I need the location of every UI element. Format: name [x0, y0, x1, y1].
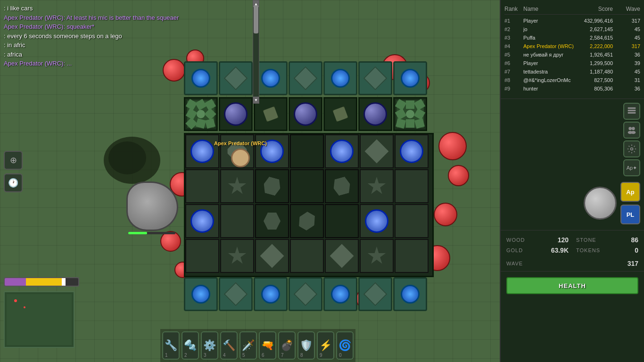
tokens-label: TOKENS [576, 247, 600, 253]
hotbar-slot-num: 6 [262, 353, 264, 358]
lb-name: Apex Predator (WRC) [523, 43, 574, 49]
lb-wave: 45 [617, 26, 640, 32]
svg-point-7 [631, 148, 633, 150]
leaderboard-header: Rank Name Score Wave [504, 4, 640, 15]
lb-name: не убивай я друг [523, 52, 574, 58]
chat-scrollbar[interactable]: ▲ ▼ [253, 0, 259, 104]
chat-message: : i like cars [4, 4, 237, 13]
hotbar-icon: 🌀 [339, 339, 351, 352]
pl-button[interactable]: PL [620, 205, 640, 224]
lb-wave: 45 [617, 35, 640, 41]
hotbar-slot-num: 2 [184, 353, 187, 358]
stone-row: STONE 86 [576, 236, 638, 244]
resources-panel: WOOD 120 STONE 86 GOLD 63.9K TOKENS 0 [501, 232, 644, 258]
lb-score: 2,627,145 [574, 26, 617, 32]
svg-rect-1 [628, 110, 636, 111]
player-avatar [584, 187, 617, 220]
tokens-value: 0 [635, 247, 638, 254]
chat-message: : every 6 seconds someone steps on a leg… [4, 32, 237, 41]
players-icon[interactable] [623, 103, 640, 120]
hotbar-slot-6[interactable]: 🔫 6 [259, 331, 276, 360]
settings-icon[interactable] [623, 140, 640, 157]
header-name: Name [523, 6, 574, 12]
lb-name: jo [523, 26, 574, 32]
hotbar-slot-num: 5 [242, 353, 245, 358]
game-canvas[interactable]: Apex Predator (WRC) : i like carsApex Pr… [0, 0, 500, 362]
lb-rank: #6 [504, 60, 523, 66]
lb-rank: #8 [504, 77, 523, 83]
lb-score: 2,584,615 [574, 35, 617, 41]
ap-button[interactable]: Ap [620, 182, 640, 202]
right-action-buttons: Ap✦ [501, 101, 644, 178]
apex-btn[interactable]: Ap✦ [623, 159, 640, 176]
stone-label: STONE [576, 237, 596, 243]
lb-score: 805,306 [574, 86, 617, 91]
health-bar-section: HEALTH [501, 273, 644, 298]
xp-bar-yellow-fill [26, 278, 64, 286]
lb-name: hunter [523, 86, 574, 91]
health-label: HEALTH [559, 282, 586, 289]
right-panel: Rank Name Score Wave #1 Player 432,996,4… [500, 0, 644, 362]
xp-bar-purple-fill [5, 278, 26, 286]
svg-point-3 [628, 127, 632, 130]
gold-label: GOLD [506, 247, 523, 253]
scroll-down-arrow[interactable]: ▼ [253, 97, 259, 103]
group-icon[interactable] [623, 122, 640, 139]
scroll-thumb[interactable] [254, 5, 258, 33]
hotbar-icon: ⚙️ [203, 339, 216, 352]
lb-name: @#&*ingLozerOnMc [523, 77, 574, 83]
lb-wave: 36 [617, 52, 640, 58]
hotbar-slot-7[interactable]: 💣 7 [278, 331, 296, 360]
clock-icon[interactable]: 🕐 [4, 173, 23, 192]
leaderboard-row: #9 hunter 805,306 36 [504, 84, 640, 93]
wave-display: WAVE 317 [501, 258, 644, 269]
lb-score: 1,187,480 [574, 69, 617, 74]
lb-wave: 39 [617, 60, 640, 66]
chat-message: : africa [4, 50, 237, 59]
stone-value: 86 [631, 236, 638, 244]
xp-bar-container [4, 277, 79, 287]
gold-row: GOLD 63.9K [506, 247, 569, 254]
hotbar-icon: 🔩 [184, 339, 197, 352]
lb-wave: 317 [617, 43, 640, 49]
hotbar-slot-4[interactable]: 🔨 4 [220, 331, 238, 360]
lb-wave: 31 [617, 77, 640, 83]
svg-point-4 [632, 127, 635, 130]
hotbar-slot-1[interactable]: 🔧 1 [162, 331, 180, 360]
avatar-area: Ap PL [501, 178, 644, 228]
chat-panel: : i like carsApex Predator (WRC): At lea… [0, 0, 240, 72]
lb-score: 1,299,500 [574, 60, 617, 66]
hotbar-slot-num: 4 [223, 353, 226, 358]
wood-label: WOOD [506, 237, 525, 243]
left-sidebar-icons: ⊕ 🕐 [4, 151, 23, 192]
wood-row: WOOD 120 [506, 236, 569, 244]
leaderboard-row: #8 @#&*ingLozerOnMc 827,500 31 [504, 76, 640, 84]
chat-message: Apex Predator (WRC): At least his mic is… [4, 13, 237, 23]
hotbar-slot-2[interactable]: 🔩 2 [182, 331, 199, 360]
base-structure [184, 61, 448, 311]
hotbar-slot-num: 1 [165, 353, 168, 358]
lb-rank: #4 [504, 43, 523, 49]
header-score: Score [574, 6, 617, 12]
lb-score: 2,222,000 [574, 43, 617, 49]
hotbar-slot-8[interactable]: 🛡️ 8 [297, 331, 315, 360]
lb-name: tettadestra [523, 69, 574, 74]
health-bar: HEALTH [506, 277, 638, 294]
lb-rank: #9 [504, 86, 523, 91]
hotbar-slot-0[interactable]: 🌀 0 [336, 331, 354, 360]
svg-point-6 [631, 131, 636, 134]
svg-rect-2 [628, 112, 636, 114]
leaderboard: Rank Name Score Wave #1 Player 432,996,4… [501, 0, 644, 97]
wood-value: 120 [558, 236, 569, 244]
lb-score: 432,996,416 [574, 18, 617, 24]
lb-rank: #3 [504, 35, 523, 41]
hotbar-slot-num: 7 [281, 353, 284, 358]
hotbar-slot-3[interactable]: ⚙️ 3 [201, 331, 218, 360]
hotbar-slot-9[interactable]: ⚡ 9 [317, 331, 334, 360]
target-icon[interactable]: ⊕ [4, 151, 23, 170]
hotbar-slot-5[interactable]: 🗡️ 5 [239, 331, 257, 360]
gold-value: 63.9K [551, 247, 569, 254]
leaderboard-row: #1 Player 432,996,416 317 [504, 16, 640, 25]
leaderboard-row: #5 не убивай я друг 1,926,451 36 [504, 50, 640, 59]
leaderboard-row: #2 jo 2,627,145 45 [504, 25, 640, 33]
